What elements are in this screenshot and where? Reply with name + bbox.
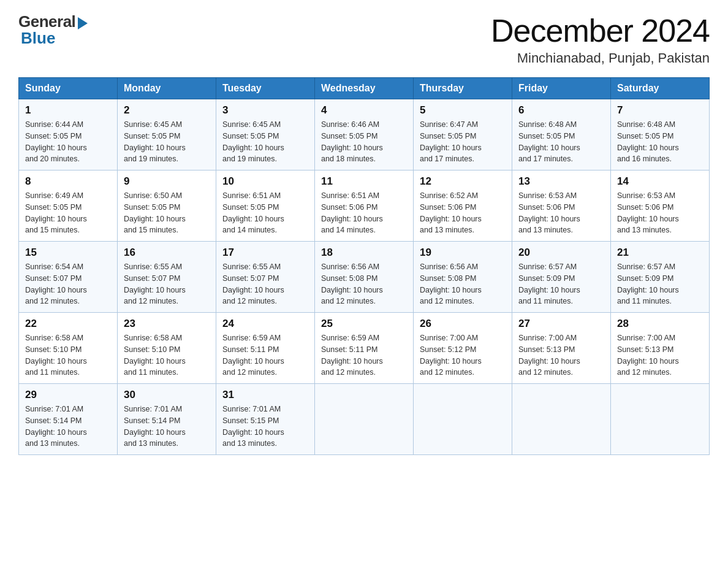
- calendar-cell: 12Sunrise: 6:52 AMSunset: 5:06 PMDayligh…: [414, 170, 512, 242]
- day-info: Sunrise: 7:00 AMSunset: 5:12 PMDaylight:…: [420, 332, 506, 378]
- day-number: 14: [617, 175, 703, 188]
- day-info: Sunrise: 6:53 AMSunset: 5:06 PMDaylight:…: [518, 190, 604, 236]
- week-row-5: 29Sunrise: 7:01 AMSunset: 5:14 PMDayligh…: [19, 384, 710, 455]
- calendar-cell: 1Sunrise: 6:44 AMSunset: 5:05 PMDaylight…: [19, 99, 118, 170]
- day-info: Sunrise: 6:49 AMSunset: 5:05 PMDaylight:…: [25, 190, 111, 236]
- calendar-cell: 14Sunrise: 6:53 AMSunset: 5:06 PMDayligh…: [611, 170, 710, 242]
- day-info: Sunrise: 6:54 AMSunset: 5:07 PMDaylight:…: [25, 261, 111, 307]
- weekday-header-wednesday: Wednesday: [315, 78, 414, 99]
- day-info: Sunrise: 6:53 AMSunset: 5:06 PMDaylight:…: [617, 190, 703, 236]
- calendar-body: 1Sunrise: 6:44 AMSunset: 5:05 PMDaylight…: [19, 99, 710, 455]
- week-row-4: 22Sunrise: 6:58 AMSunset: 5:10 PMDayligh…: [19, 313, 710, 384]
- page-header: General Blue December 2024 Minchianabad,…: [18, 12, 710, 66]
- day-info: Sunrise: 7:01 AMSunset: 5:15 PMDaylight:…: [222, 404, 308, 450]
- calendar-cell: 8Sunrise: 6:49 AMSunset: 5:05 PMDaylight…: [19, 170, 118, 242]
- calendar-cell: 2Sunrise: 6:45 AMSunset: 5:05 PMDaylight…: [118, 99, 216, 170]
- day-number: 13: [518, 175, 604, 188]
- logo: General Blue: [18, 12, 88, 48]
- day-number: 7: [617, 104, 703, 117]
- day-info: Sunrise: 7:01 AMSunset: 5:14 PMDaylight:…: [124, 404, 210, 450]
- calendar-cell: 31Sunrise: 7:01 AMSunset: 5:15 PMDayligh…: [216, 384, 315, 455]
- calendar-cell: 22Sunrise: 6:58 AMSunset: 5:10 PMDayligh…: [19, 313, 118, 384]
- calendar-cell: [414, 384, 512, 455]
- week-row-1: 1Sunrise: 6:44 AMSunset: 5:05 PMDaylight…: [19, 99, 710, 170]
- day-number: 2: [124, 104, 210, 117]
- day-info: Sunrise: 6:51 AMSunset: 5:05 PMDaylight:…: [222, 190, 308, 236]
- weekday-header-thursday: Thursday: [414, 78, 512, 99]
- day-number: 21: [617, 247, 703, 259]
- calendar-cell: [315, 384, 414, 455]
- logo-blue-text: Blue: [21, 29, 55, 48]
- day-number: 12: [420, 175, 506, 188]
- day-info: Sunrise: 6:58 AMSunset: 5:10 PMDaylight:…: [124, 332, 210, 378]
- day-info: Sunrise: 6:45 AMSunset: 5:05 PMDaylight:…: [222, 119, 308, 165]
- day-number: 6: [518, 104, 604, 117]
- day-number: 25: [321, 318, 407, 330]
- calendar-cell: 24Sunrise: 6:59 AMSunset: 5:11 PMDayligh…: [216, 313, 315, 384]
- day-info: Sunrise: 6:58 AMSunset: 5:10 PMDaylight:…: [25, 332, 111, 378]
- day-info: Sunrise: 6:55 AMSunset: 5:07 PMDaylight:…: [222, 261, 308, 307]
- calendar-cell: 17Sunrise: 6:55 AMSunset: 5:07 PMDayligh…: [216, 242, 315, 313]
- calendar-cell: 16Sunrise: 6:55 AMSunset: 5:07 PMDayligh…: [118, 242, 216, 313]
- day-number: 31: [222, 389, 308, 401]
- day-number: 27: [518, 318, 604, 330]
- weekday-header-friday: Friday: [512, 78, 611, 99]
- calendar-cell: 29Sunrise: 7:01 AMSunset: 5:14 PMDayligh…: [19, 384, 118, 455]
- day-info: Sunrise: 6:44 AMSunset: 5:05 PMDaylight:…: [25, 119, 111, 165]
- weekday-row: SundayMondayTuesdayWednesdayThursdayFrid…: [19, 78, 710, 99]
- day-info: Sunrise: 6:47 AMSunset: 5:05 PMDaylight:…: [420, 119, 506, 165]
- calendar-cell: 6Sunrise: 6:48 AMSunset: 5:05 PMDaylight…: [512, 99, 611, 170]
- day-number: 22: [25, 318, 111, 330]
- calendar-cell: 21Sunrise: 6:57 AMSunset: 5:09 PMDayligh…: [611, 242, 710, 313]
- calendar-cell: 28Sunrise: 7:00 AMSunset: 5:13 PMDayligh…: [611, 313, 710, 384]
- day-number: 11: [321, 175, 407, 188]
- day-info: Sunrise: 6:46 AMSunset: 5:05 PMDaylight:…: [321, 119, 407, 165]
- calendar-cell: 11Sunrise: 6:51 AMSunset: 5:06 PMDayligh…: [315, 170, 414, 242]
- calendar-cell: 4Sunrise: 6:46 AMSunset: 5:05 PMDaylight…: [315, 99, 414, 170]
- weekday-header-saturday: Saturday: [611, 78, 710, 99]
- day-info: Sunrise: 7:01 AMSunset: 5:14 PMDaylight:…: [25, 404, 111, 450]
- day-number: 17: [222, 247, 308, 259]
- week-row-2: 8Sunrise: 6:49 AMSunset: 5:05 PMDaylight…: [19, 170, 710, 242]
- day-info: Sunrise: 6:59 AMSunset: 5:11 PMDaylight:…: [321, 332, 407, 378]
- calendar-subtitle: Minchianabad, Punjab, Pakistan: [491, 50, 710, 66]
- day-number: 15: [25, 247, 111, 259]
- day-number: 3: [222, 104, 308, 117]
- day-number: 18: [321, 247, 407, 259]
- calendar-cell: 20Sunrise: 6:57 AMSunset: 5:09 PMDayligh…: [512, 242, 611, 313]
- calendar-cell: [611, 384, 710, 455]
- day-number: 26: [420, 318, 506, 330]
- calendar-cell: 15Sunrise: 6:54 AMSunset: 5:07 PMDayligh…: [19, 242, 118, 313]
- day-number: 29: [25, 389, 111, 401]
- calendar-table: SundayMondayTuesdayWednesdayThursdayFrid…: [18, 77, 710, 455]
- day-number: 5: [420, 104, 506, 117]
- day-info: Sunrise: 6:57 AMSunset: 5:09 PMDaylight:…: [518, 261, 604, 307]
- day-info: Sunrise: 6:48 AMSunset: 5:05 PMDaylight:…: [518, 119, 604, 165]
- calendar-cell: 9Sunrise: 6:50 AMSunset: 5:05 PMDaylight…: [118, 170, 216, 242]
- calendar-cell: [512, 384, 611, 455]
- calendar-cell: 19Sunrise: 6:56 AMSunset: 5:08 PMDayligh…: [414, 242, 512, 313]
- calendar-cell: 3Sunrise: 6:45 AMSunset: 5:05 PMDaylight…: [216, 99, 315, 170]
- title-block: December 2024 Minchianabad, Punjab, Paki…: [491, 12, 710, 66]
- weekday-header-monday: Monday: [118, 78, 216, 99]
- calendar-cell: 30Sunrise: 7:01 AMSunset: 5:14 PMDayligh…: [118, 384, 216, 455]
- week-row-3: 15Sunrise: 6:54 AMSunset: 5:07 PMDayligh…: [19, 242, 710, 313]
- calendar-cell: 18Sunrise: 6:56 AMSunset: 5:08 PMDayligh…: [315, 242, 414, 313]
- day-number: 23: [124, 318, 210, 330]
- day-info: Sunrise: 6:52 AMSunset: 5:06 PMDaylight:…: [420, 190, 506, 236]
- day-number: 30: [124, 389, 210, 401]
- day-info: Sunrise: 6:50 AMSunset: 5:05 PMDaylight:…: [124, 190, 210, 236]
- day-number: 24: [222, 318, 308, 330]
- weekday-header-tuesday: Tuesday: [216, 78, 315, 99]
- day-info: Sunrise: 6:55 AMSunset: 5:07 PMDaylight:…: [124, 261, 210, 307]
- logo-arrow-icon: [78, 17, 88, 29]
- day-number: 28: [617, 318, 703, 330]
- calendar-cell: 25Sunrise: 6:59 AMSunset: 5:11 PMDayligh…: [315, 313, 414, 384]
- calendar-cell: 27Sunrise: 7:00 AMSunset: 5:13 PMDayligh…: [512, 313, 611, 384]
- calendar-cell: 10Sunrise: 6:51 AMSunset: 5:05 PMDayligh…: [216, 170, 315, 242]
- day-number: 4: [321, 104, 407, 117]
- day-number: 8: [25, 175, 111, 188]
- calendar-header: SundayMondayTuesdayWednesdayThursdayFrid…: [19, 78, 710, 99]
- day-info: Sunrise: 6:59 AMSunset: 5:11 PMDaylight:…: [222, 332, 308, 378]
- day-info: Sunrise: 7:00 AMSunset: 5:13 PMDaylight:…: [518, 332, 604, 378]
